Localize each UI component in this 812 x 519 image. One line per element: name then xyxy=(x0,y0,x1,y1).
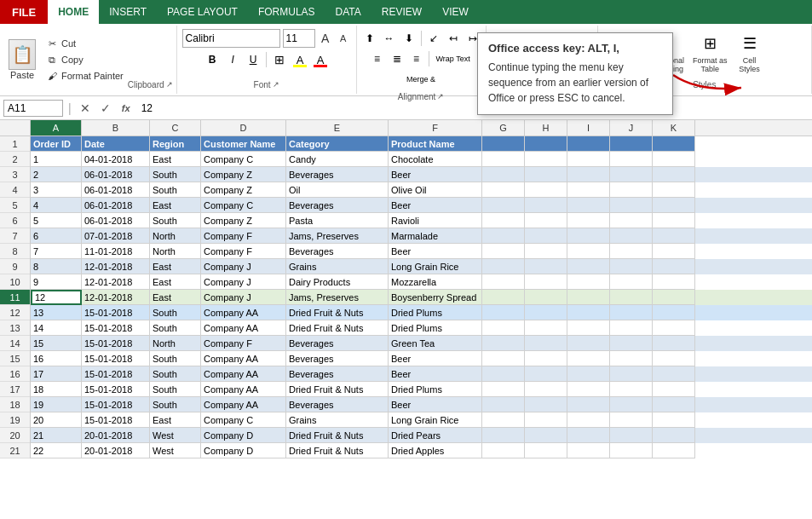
cell-r16-c2[interactable]: South xyxy=(150,366,201,382)
cell-r18-c5[interactable]: Beer xyxy=(389,397,482,412)
cell-r3-c9[interactable] xyxy=(610,167,653,182)
cell-r1-c2[interactable]: Region xyxy=(150,136,201,152)
cell-r20-c3[interactable]: Company D xyxy=(201,428,286,443)
cell-r7-c5[interactable]: Marmalade xyxy=(389,228,482,244)
cell-r11-c9[interactable] xyxy=(610,290,653,305)
cell-r1-c7[interactable] xyxy=(525,136,567,152)
tab-view[interactable]: VIEW xyxy=(432,0,479,24)
cell-r9-c1[interactable]: 12-01-2018 xyxy=(82,259,150,274)
bold-button[interactable]: B xyxy=(203,50,222,69)
tab-data[interactable]: DATA xyxy=(325,0,371,24)
cell-r13-c0[interactable]: 14 xyxy=(31,320,82,336)
cell-r8-c5[interactable]: Beer xyxy=(389,244,482,259)
cell-r14-c1[interactable]: 15-01-2018 xyxy=(82,336,150,351)
cell-r12-c9[interactable] xyxy=(610,305,653,320)
cell-r12-c6[interactable] xyxy=(482,305,525,320)
cell-r18-c3[interactable]: Company AA xyxy=(201,397,286,412)
cell-r9-c3[interactable]: Company J xyxy=(201,259,286,274)
cell-r8-c7[interactable] xyxy=(525,244,567,259)
fill-color-button[interactable]: A xyxy=(291,50,309,69)
cell-r8-c9[interactable] xyxy=(610,244,653,259)
cell-r10-c9[interactable] xyxy=(610,274,653,290)
cell-r2-c10[interactable] xyxy=(653,152,695,167)
border-button[interactable]: ⊞ xyxy=(270,50,289,69)
cell-r2-c6[interactable] xyxy=(482,152,525,167)
cell-r15-c9[interactable] xyxy=(610,351,653,366)
row-header-6[interactable]: 6 xyxy=(0,213,30,228)
cell-r17-c10[interactable] xyxy=(653,382,695,397)
cell-r20-c5[interactable]: Dried Pears xyxy=(389,428,482,443)
cell-r21-c6[interactable] xyxy=(482,443,525,458)
cell-r18-c10[interactable] xyxy=(653,397,695,412)
cell-r15-c8[interactable] xyxy=(567,351,610,366)
cell-r9-c4[interactable]: Grains xyxy=(286,259,389,274)
cell-r5-c4[interactable]: Beverages xyxy=(286,198,389,213)
align-bottom-button[interactable]: ⬇ xyxy=(400,29,418,48)
cell-r9-c10[interactable] xyxy=(653,259,695,274)
name-box[interactable] xyxy=(3,100,63,117)
cell-styles-button[interactable]: ☰ CellStyles xyxy=(733,29,767,75)
cell-r11-c2[interactable]: East xyxy=(150,290,201,305)
row-header-15[interactable]: 15 xyxy=(0,351,30,366)
cell-r3-c7[interactable] xyxy=(525,167,567,182)
cell-r6-c6[interactable] xyxy=(482,213,525,228)
cell-r1-c0[interactable]: Order ID xyxy=(31,136,82,152)
font-color-button[interactable]: A xyxy=(311,50,330,69)
cell-r12-c10[interactable] xyxy=(653,305,695,320)
row-header-21[interactable]: 21 xyxy=(0,443,30,458)
font-name-select[interactable] xyxy=(182,29,280,48)
font-size-select[interactable] xyxy=(283,29,315,48)
cell-r1-c3[interactable]: Customer Name xyxy=(201,136,286,152)
cell-r20-c9[interactable] xyxy=(610,428,653,443)
cell-r20-c8[interactable] xyxy=(567,428,610,443)
cell-r10-c5[interactable]: Mozzarella xyxy=(389,274,482,290)
cell-r7-c9[interactable] xyxy=(610,228,653,244)
cell-r4-c2[interactable]: South xyxy=(150,182,201,198)
cell-r4-c7[interactable] xyxy=(525,182,567,198)
cell-r6-c9[interactable] xyxy=(610,213,653,228)
tab-home[interactable]: HOME xyxy=(48,0,99,24)
col-header-c[interactable]: C xyxy=(150,120,201,136)
row-header-8[interactable]: 8 xyxy=(0,244,30,259)
cell-r7-c0[interactable]: 6 xyxy=(31,228,82,244)
cell-r15-c3[interactable]: Company AA xyxy=(201,351,286,366)
cell-r13-c3[interactable]: Company AA xyxy=(201,320,286,336)
cell-r3-c4[interactable]: Beverages xyxy=(286,167,389,182)
align-middle-button[interactable]: ↔ xyxy=(380,29,399,48)
cell-r9-c2[interactable]: East xyxy=(150,259,201,274)
cell-r21-c1[interactable]: 20-01-2018 xyxy=(82,443,150,458)
cell-r20-c4[interactable]: Dried Fruit & Nuts xyxy=(286,428,389,443)
cell-r4-c3[interactable]: Company Z xyxy=(201,182,286,198)
cell-r13-c6[interactable] xyxy=(482,320,525,336)
cell-r20-c1[interactable]: 20-01-2018 xyxy=(82,428,150,443)
cell-r16-c9[interactable] xyxy=(610,366,653,382)
col-header-e[interactable]: E xyxy=(286,120,389,136)
cell-r2-c2[interactable]: East xyxy=(150,152,201,167)
paste-button[interactable]: 📋 Paste xyxy=(3,29,41,90)
cell-r6-c3[interactable]: Company Z xyxy=(201,213,286,228)
cell-r5-c5[interactable]: Beer xyxy=(389,198,482,213)
cell-r7-c8[interactable] xyxy=(567,228,610,244)
cell-r10-c0[interactable]: 9 xyxy=(31,274,82,290)
row-header-9[interactable]: 9 xyxy=(0,259,30,274)
cell-r15-c5[interactable]: Beer xyxy=(389,351,482,366)
insert-function-button[interactable]: fx xyxy=(118,100,135,117)
cell-r19-c7[interactable] xyxy=(525,412,567,428)
cell-r4-c5[interactable]: Olive Oil xyxy=(389,182,482,198)
col-header-h[interactable]: H xyxy=(525,120,567,136)
cell-r17-c2[interactable]: South xyxy=(150,382,201,397)
row-header-7[interactable]: 7 xyxy=(0,228,30,244)
cell-r21-c9[interactable] xyxy=(610,443,653,458)
cell-r19-c9[interactable] xyxy=(610,412,653,428)
cell-r10-c2[interactable]: East xyxy=(150,274,201,290)
cell-r17-c7[interactable] xyxy=(525,382,567,397)
cell-r15-c0[interactable]: 16 xyxy=(31,351,82,366)
indent-decrease-button[interactable]: ↤ xyxy=(444,29,463,48)
cell-r19-c0[interactable]: 20 xyxy=(31,412,82,428)
row-header-4[interactable]: 4 xyxy=(0,182,30,198)
cell-r5-c6[interactable] xyxy=(482,198,525,213)
cell-r9-c6[interactable] xyxy=(482,259,525,274)
cell-r4-c9[interactable] xyxy=(610,182,653,198)
cell-r9-c9[interactable] xyxy=(610,259,653,274)
cell-r4-c8[interactable] xyxy=(567,182,610,198)
